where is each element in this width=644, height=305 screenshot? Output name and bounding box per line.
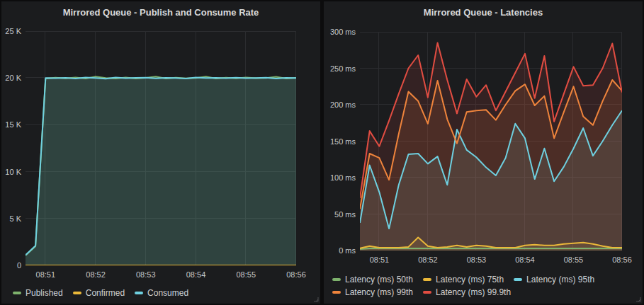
legend-label: Latency (ms) 99.9th	[436, 287, 511, 297]
x-tick-label: 08:53	[130, 270, 162, 280]
legend-label: Latency (ms) 95th	[526, 275, 594, 284]
dashboard: { "chart_data": [ { "type": "line", "tit…	[0, 0, 644, 305]
y-tick-label: 25 K	[1, 26, 21, 36]
x-tick-label: 08:51	[30, 270, 61, 280]
y-tick-label: 150 ms	[324, 137, 356, 146]
y-tick-label: 100 ms	[324, 173, 356, 183]
legend-label: Consumed	[147, 288, 188, 298]
y-tick-label: 10 K	[1, 167, 21, 177]
latency-chart-svg	[360, 32, 622, 251]
legend-swatch-icon	[332, 291, 341, 294]
legend-item[interactable]: Latency (ms) 99.9th	[423, 286, 511, 298]
x-tick-label: 08:53	[461, 255, 492, 265]
legend: Latency (ms) 50thLatency (ms) 75thLatenc…	[332, 273, 630, 298]
panel-title[interactable]: Mirrored Queue - Publish and Consume Rat…	[1, 7, 320, 18]
legend-label: Published	[26, 288, 63, 298]
y-tick-label: 300 ms	[324, 27, 356, 37]
legend-item[interactable]: Latency (ms) 50th	[332, 273, 413, 285]
series-area	[360, 42, 622, 251]
panel-latencies: Mirrored Queue - Latencies Latency (ms) …	[324, 1, 643, 304]
legend-label: Latency (ms) 75th	[436, 275, 504, 284]
x-tick-label: 08:51	[363, 255, 395, 265]
y-tick-label: 15 K	[1, 120, 21, 130]
panel-publish-consume-rate: Mirrored Queue - Publish and Consume Rat…	[1, 1, 320, 304]
rate-chart-svg	[26, 31, 296, 265]
legend: PublishedConfirmedConsumed	[13, 287, 310, 299]
y-tick-label: 0	[1, 260, 21, 270]
y-tick-label: 20 K	[1, 73, 21, 83]
legend-label: Confirmed	[86, 288, 125, 298]
x-tick-label: 08:55	[230, 270, 261, 280]
x-tick-label: 08:54	[509, 255, 541, 265]
panel-resize-handle-icon[interactable]	[635, 296, 641, 302]
x-tick-label: 08:52	[80, 270, 111, 280]
panel-resize-handle-icon[interactable]	[312, 296, 319, 302]
legend-swatch-icon	[514, 278, 522, 281]
legend-swatch-icon	[423, 291, 431, 294]
legend-item[interactable]: Consumed	[135, 287, 188, 299]
latencies-chart[interactable]	[360, 32, 622, 251]
x-tick-label: 08:52	[412, 255, 444, 265]
x-tick-label: 08:55	[558, 255, 589, 265]
legend-label: Latency (ms) 50th	[345, 275, 413, 284]
panel-title[interactable]: Mirrored Queue - Latencies	[324, 7, 643, 18]
series-area	[26, 77, 296, 265]
y-tick-label: 50 ms	[324, 209, 356, 219]
legend-swatch-icon	[423, 278, 431, 281]
legend-swatch-icon	[73, 292, 81, 294]
x-tick-label: 08:56	[606, 255, 638, 265]
x-tick-label: 08:54	[181, 270, 212, 280]
publish-consume-chart[interactable]	[26, 31, 296, 265]
x-tick-label: 08:56	[281, 270, 312, 280]
legend-label: Latency (ms) 99th	[345, 287, 413, 297]
y-tick-label: 250 ms	[324, 64, 356, 74]
legend-item[interactable]: Published	[13, 287, 63, 299]
legend-swatch-icon	[13, 292, 21, 294]
y-tick-label: 0 ms	[324, 246, 356, 255]
legend-item[interactable]: Latency (ms) 95th	[514, 273, 594, 285]
series-line	[360, 248, 622, 249]
y-tick-label: 5 K	[1, 214, 21, 224]
legend-swatch-icon	[332, 278, 341, 281]
legend-item[interactable]: Latency (ms) 99th	[332, 286, 413, 298]
legend-swatch-icon	[135, 292, 143, 294]
y-tick-label: 200 ms	[324, 100, 356, 110]
legend-item[interactable]: Confirmed	[73, 287, 125, 299]
legend-item[interactable]: Latency (ms) 75th	[423, 273, 504, 285]
